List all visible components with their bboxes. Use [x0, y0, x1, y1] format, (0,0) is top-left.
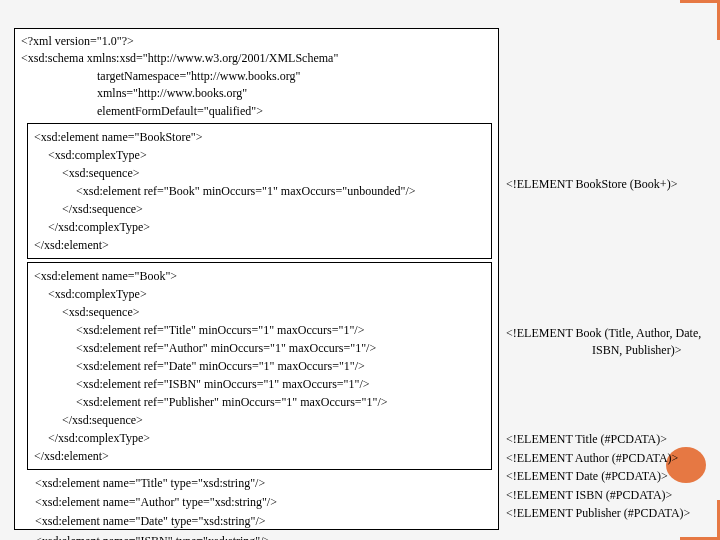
schema-open-line4: elementFormDefault="qualified">	[21, 103, 492, 120]
code-line: <xsd:complexType>	[34, 285, 485, 303]
dtd-isbn: <!ELEMENT ISBN (#PCDATA)>	[506, 486, 716, 505]
dtd-book-line2: ISBN, Publisher)>	[506, 342, 716, 359]
dtd-book: <!ELEMENT Book (Title, Author, Date, ISB…	[506, 325, 716, 359]
code-line: <xsd:element name="BookStore">	[34, 128, 485, 146]
schema-open-line2: targetNamespace="http://www.books.org"	[21, 68, 492, 85]
xml-declaration: <?xml version="1.0"?>	[21, 33, 492, 50]
code-line: <xsd:sequence>	[34, 164, 485, 182]
code-line: </xsd:complexType>	[34, 218, 485, 236]
dtd-book-line1: <!ELEMENT Book (Title, Author, Date,	[506, 325, 716, 342]
code-line: <xsd:element ref="Author" minOccurs="1" …	[34, 339, 485, 357]
code-line: </xsd:complexType>	[34, 429, 485, 447]
code-line: <xsd:element ref="ISBN" minOccurs="1" ma…	[34, 375, 485, 393]
corner-decoration-top	[680, 0, 720, 40]
code-line: <xsd:element name="Book">	[34, 267, 485, 285]
bookstore-element-box: <xsd:element name="BookStore"> <xsd:comp…	[27, 123, 492, 259]
code-line: </xsd:sequence>	[34, 411, 485, 429]
dtd-title: <!ELEMENT Title (#PCDATA)>	[506, 430, 716, 449]
code-line: </xsd:sequence>	[34, 200, 485, 218]
code-line: <xsd:element ref="Title" minOccurs="1" m…	[34, 321, 485, 339]
code-line: <xsd:element ref="Date" minOccurs="1" ma…	[34, 357, 485, 375]
code-line: </xsd:element>	[34, 447, 485, 465]
code-line: <xsd:element name="Date" type="xsd:strin…	[21, 512, 492, 531]
schema-open-line1: <xsd:schema xmlns:xsd="http://www.w3.org…	[21, 50, 492, 67]
code-line: <xsd:sequence>	[34, 303, 485, 321]
code-line: </xsd:element>	[34, 236, 485, 254]
dtd-simple-block: <!ELEMENT Title (#PCDATA)> <!ELEMENT Aut…	[506, 430, 716, 523]
dtd-author: <!ELEMENT Author (#PCDATA)>	[506, 449, 716, 468]
code-line: <xsd:element ref="Publisher" minOccurs="…	[34, 393, 485, 411]
schema-main-box: <?xml version="1.0"?> <xsd:schema xmlns:…	[14, 28, 499, 530]
dtd-date: <!ELEMENT Date (#PCDATA)>	[506, 467, 716, 486]
code-line: <xsd:element ref="Book" minOccurs="1" ma…	[34, 182, 485, 200]
simple-elements-block: <xsd:element name="Title" type="xsd:stri…	[21, 474, 492, 540]
code-line: <xsd:element name="ISBN" type="xsd:strin…	[21, 532, 492, 540]
dtd-publisher: <!ELEMENT Publisher (#PCDATA)>	[506, 504, 716, 523]
code-line: <xsd:complexType>	[34, 146, 485, 164]
dtd-bookstore: <!ELEMENT BookStore (Book+)>	[506, 176, 716, 193]
code-line: <xsd:element name="Author" type="xsd:str…	[21, 493, 492, 512]
schema-open-line3: xmlns="http://www.books.org"	[21, 85, 492, 102]
code-line: <xsd:element name="Title" type="xsd:stri…	[21, 474, 492, 493]
book-element-box: <xsd:element name="Book"> <xsd:complexTy…	[27, 262, 492, 470]
